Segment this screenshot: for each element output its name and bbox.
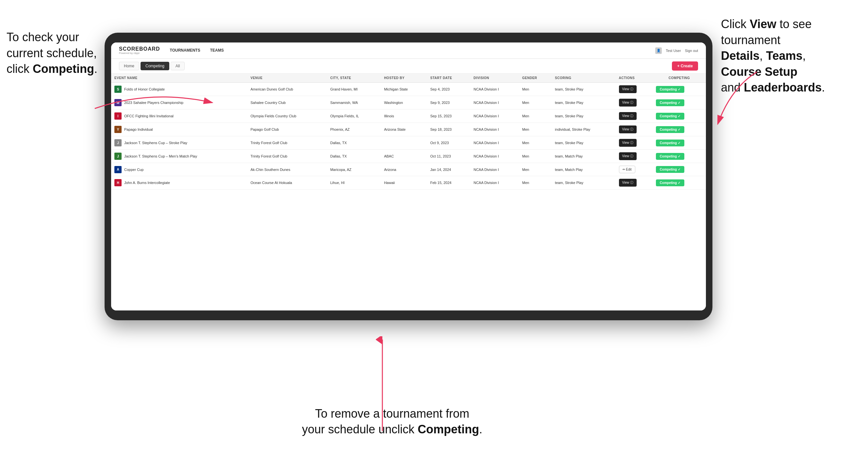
col-start-date: START DATE [427, 73, 470, 83]
team-logo: A [114, 166, 122, 173]
actions-cell: View ⓘ [616, 96, 653, 110]
view-button[interactable]: View ⓘ [619, 179, 637, 187]
competing-button[interactable]: Competing ✓ [656, 153, 684, 160]
table-body: S Folds of Honor Collegiate American Dun… [111, 83, 706, 190]
filter-tab-all[interactable]: All [170, 62, 185, 70]
event-name-cell: I OFCC Fighting Illini Invitational [111, 110, 247, 123]
filter-tab-competing[interactable]: Competing [141, 62, 169, 70]
event-name-cell: J Jackson T. Stephens Cup – Men's Match … [111, 150, 247, 163]
venue-cell: Sahalee Country Club [247, 96, 327, 110]
city-state-cell: Sammamish, WA [327, 96, 381, 110]
nav-right: 👤 Test User Sign out [655, 48, 698, 54]
start-date-cell: Jan 14, 2024 [427, 163, 470, 176]
division-cell: NCAA Division I [470, 163, 519, 176]
competing-button[interactable]: Competing ✓ [656, 113, 684, 120]
scoring-cell: team, Stroke Play [552, 176, 615, 190]
tournaments-table-container: EVENT NAME VENUE CITY, STATE HOSTED BY S… [111, 73, 706, 310]
table-row: W 2023 Sahalee Players Championship Saha… [111, 96, 706, 110]
venue-cell: Trinity Forest Golf Club [247, 150, 327, 163]
view-button[interactable]: View ⓘ [619, 125, 637, 133]
filter-bar: Home Competing All + Create [111, 59, 706, 73]
division-cell: NCAA Division I [470, 150, 519, 163]
create-button[interactable]: + Create [672, 61, 698, 71]
actions-cell: View ⓘ [616, 83, 653, 96]
annotation-bottom: To remove a tournament fromyour schedule… [278, 406, 506, 438]
start-date-cell: Feb 15, 2024 [427, 176, 470, 190]
actions-cell: View ⓘ [616, 136, 653, 150]
hosted-by-cell: ABAC [381, 150, 427, 163]
event-name-cell: W 2023 Sahalee Players Championship [111, 96, 247, 110]
start-date-cell: Sep 18, 2023 [427, 123, 470, 136]
col-hosted-by: HOSTED BY [381, 73, 427, 83]
start-date-cell: Sep 15, 2023 [427, 110, 470, 123]
col-actions: ACTIONS [616, 73, 653, 83]
table-row: J Jackson T. Stephens Cup – Men's Match … [111, 150, 706, 163]
event-name: Papago Individual [124, 127, 153, 131]
venue-cell: Ak-Chin Southern Dunes [247, 163, 327, 176]
scoring-cell: team, Match Play [552, 150, 615, 163]
col-venue: VENUE [247, 73, 327, 83]
gender-cell: Men [519, 123, 552, 136]
start-date-cell: Oct 11, 2023 [427, 150, 470, 163]
hosted-by-cell: Washington [381, 96, 427, 110]
nav-teams[interactable]: TEAMS [210, 47, 224, 54]
venue-cell: Olympia Fields Country Club [247, 110, 327, 123]
city-state-cell: Maricopa, AZ [327, 163, 381, 176]
start-date-cell: Sep 4, 2023 [427, 83, 470, 96]
division-cell: NCAA Division I [470, 83, 519, 96]
view-button[interactable]: View ⓘ [619, 139, 637, 147]
actions-cell: View ⓘ [616, 150, 653, 163]
team-logo: I [114, 113, 122, 120]
table-header-row: EVENT NAME VENUE CITY, STATE HOSTED BY S… [111, 73, 706, 83]
competing-button[interactable]: Competing ✓ [656, 99, 684, 106]
top-nav: SCOREBOARD Powered by clippi TOURNAMENTS… [111, 42, 706, 59]
gender-cell: Men [519, 110, 552, 123]
gender-cell: Men [519, 136, 552, 150]
view-button[interactable]: View ⓘ [619, 85, 637, 93]
division-cell: NCAA Division I [470, 123, 519, 136]
city-state-cell: Lihue, HI [327, 176, 381, 190]
gender-cell: Men [519, 163, 552, 176]
city-state-cell: Phoenix, AZ [327, 123, 381, 136]
start-date-cell: Sep 9, 2023 [427, 96, 470, 110]
team-logo: W [114, 99, 122, 106]
event-name: OFCC Fighting Illini Invitational [124, 114, 174, 118]
scoring-cell: individual, Stroke Play [552, 123, 615, 136]
view-button[interactable]: View ⓘ [619, 112, 637, 120]
gender-cell: Men [519, 176, 552, 190]
sign-out-link[interactable]: Sign out [685, 49, 698, 53]
view-button[interactable]: View ⓘ [619, 99, 637, 106]
edit-button[interactable]: ✏ Edit [619, 166, 635, 173]
scoring-cell: team, Stroke Play [552, 83, 615, 96]
team-logo: Y [114, 126, 122, 133]
table-row: J Jackson T. Stephens Cup – Stroke Play … [111, 136, 706, 150]
actions-cell: View ⓘ [616, 176, 653, 190]
scoring-cell: team, Match Play [552, 163, 615, 176]
view-button[interactable]: View ⓘ [619, 152, 637, 160]
competing-button[interactable]: Competing ✓ [656, 179, 684, 186]
col-scoring: SCORING [552, 73, 615, 83]
scoring-cell: team, Stroke Play [552, 96, 615, 110]
hosted-by-cell [381, 136, 427, 150]
competing-button[interactable]: Competing ✓ [656, 86, 684, 93]
competing-cell: Competing ✓ [653, 176, 706, 190]
venue-cell: Trinity Forest Golf Club [247, 136, 327, 150]
competing-button[interactable]: Competing ✓ [656, 166, 684, 173]
hosted-by-cell: Arizona State [381, 123, 427, 136]
event-name: John A. Burns Intercollegiate [124, 181, 170, 185]
tablet-frame: SCOREBOARD Powered by clippi TOURNAMENTS… [104, 33, 712, 320]
nav-tournaments[interactable]: TOURNAMENTS [170, 47, 200, 54]
gender-cell: Men [519, 96, 552, 110]
col-gender: GENDER [519, 73, 552, 83]
hosted-by-cell: Illinois [381, 110, 427, 123]
competing-cell: Competing ✓ [653, 150, 706, 163]
gender-cell: Men [519, 83, 552, 96]
division-cell: NCAA Division I [470, 96, 519, 110]
competing-button[interactable]: Competing ✓ [656, 126, 684, 133]
event-name-cell: S Folds of Honor Collegiate [111, 83, 247, 96]
competing-button[interactable]: Competing ✓ [656, 139, 684, 147]
event-name: Jackson T. Stephens Cup – Stroke Play [124, 141, 187, 145]
col-competing: COMPETING [653, 73, 706, 83]
nav-left: SCOREBOARD Powered by clippi TOURNAMENTS… [119, 46, 224, 55]
competing-cell: Competing ✓ [653, 96, 706, 110]
